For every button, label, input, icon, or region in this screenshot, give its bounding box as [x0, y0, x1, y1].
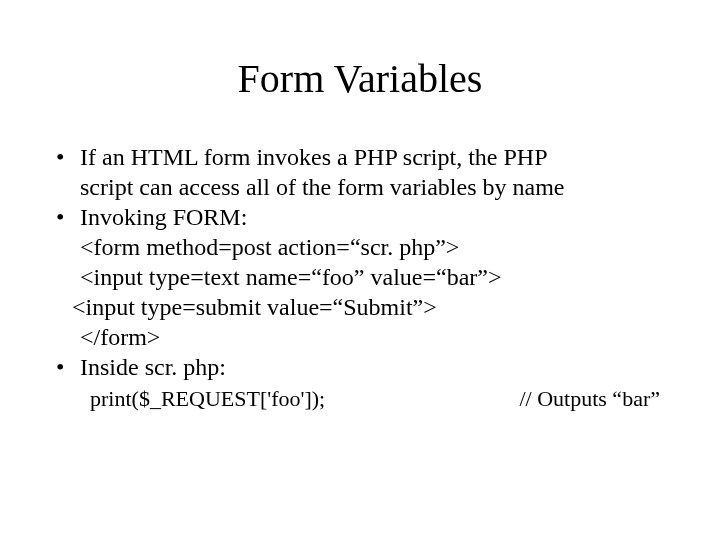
bullet-text: Inside scr. php: — [80, 354, 226, 380]
code-line: <input type=text name=“foo” value=“bar”> — [50, 262, 670, 292]
bullet-item: Invoking FORM: — [50, 202, 670, 232]
code-line: <input type=submit value=“Submit”> — [50, 292, 670, 322]
bullet-text-cont: script can access all of the form variab… — [50, 172, 670, 202]
bullet-list: Inside scr. php: — [50, 352, 670, 382]
code-left: print($_REQUEST['foo']); — [90, 386, 325, 412]
code-right: // Outputs “bar” — [519, 386, 660, 412]
bullet-list: If an HTML form invokes a PHP script, th… — [50, 142, 670, 172]
slide: Form Variables If an HTML form invokes a… — [0, 0, 720, 540]
code-line: </form> — [50, 322, 670, 352]
slide-title: Form Variables — [50, 55, 670, 102]
code-row: print($_REQUEST['foo']); // Outputs “bar… — [50, 386, 670, 412]
bullet-item: If an HTML form invokes a PHP script, th… — [50, 142, 670, 172]
bullet-text: If an HTML form invokes a PHP script, th… — [80, 144, 548, 170]
bullet-item: Inside scr. php: — [50, 352, 670, 382]
bullet-text: Invoking FORM: — [80, 204, 247, 230]
bullet-list: Invoking FORM: — [50, 202, 670, 232]
code-line: <form method=post action=“scr. php”> — [50, 232, 670, 262]
